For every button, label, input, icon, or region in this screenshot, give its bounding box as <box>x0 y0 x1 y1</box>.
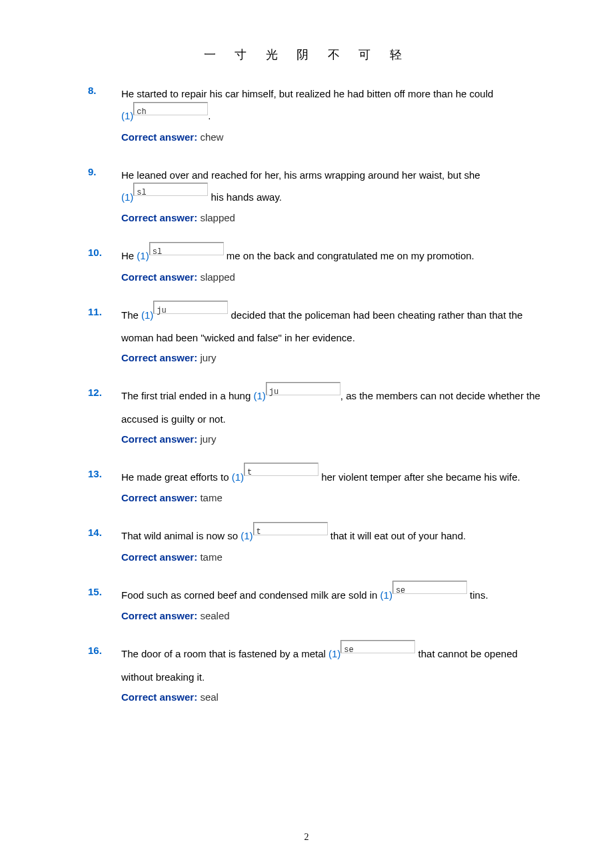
question-text-part: The door of a room that is fastened by a… <box>121 648 328 659</box>
question-item: 13.He made great efforts to (1)t her vio… <box>107 466 546 507</box>
answer-label: Correct answer: <box>121 691 197 703</box>
answer-value: seal <box>200 691 219 703</box>
blank-input[interactable]: se <box>340 640 415 653</box>
answer-label: Correct answer: <box>121 271 197 283</box>
answer-value: sealed <box>200 610 229 621</box>
question-text: The first trial ended in a hung (1)ju, a… <box>107 385 546 430</box>
question-text-part: tins. <box>467 589 488 601</box>
answer-value: chew <box>200 131 223 143</box>
question-item: 9.He leaned over and reached for her, hi… <box>107 164 546 227</box>
blank-marker: (1) <box>121 110 133 121</box>
blank-input-wrap: ju <box>153 305 228 327</box>
questions-container: 8.He started to repair his car himself, … <box>0 83 613 705</box>
blank-input[interactable]: se <box>392 581 467 594</box>
blank-marker: (1) <box>328 648 340 659</box>
blank-input-wrap: sl <box>133 187 208 209</box>
answer-line: Correct answer: jury <box>107 350 546 366</box>
answer-label: Correct answer: <box>121 433 197 445</box>
question-text-part: her violent temper after she became his … <box>318 471 520 483</box>
blank-input[interactable]: sl <box>133 183 208 196</box>
blank-input-wrap: sl <box>149 246 224 268</box>
blank-input[interactable]: t <box>244 463 318 476</box>
answer-value: slapped <box>200 271 235 283</box>
answer-label: Correct answer: <box>121 492 197 503</box>
answer-label: Correct answer: <box>121 212 197 223</box>
question-number: 8. <box>88 83 97 99</box>
blank-input[interactable]: t <box>253 522 328 535</box>
answer-label: Correct answer: <box>121 551 197 563</box>
blank-input[interactable]: ju <box>153 301 228 314</box>
answer-line: Correct answer: chew <box>107 129 546 145</box>
blank-marker: (1) <box>232 471 244 483</box>
question-item: 15.Food such as corned beef and condense… <box>107 584 546 625</box>
blank-input[interactable]: sl <box>149 242 224 255</box>
question-text-part: his hands away. <box>208 191 282 203</box>
blank-input-wrap: ch <box>133 106 208 128</box>
question-text: The (1)ju decided that the policeman had… <box>107 304 546 349</box>
answer-line: Correct answer: tame <box>107 490 546 506</box>
page-number: 2 <box>0 832 613 843</box>
answer-line: Correct answer: slapped <box>107 269 546 285</box>
answer-value: jury <box>200 433 216 445</box>
question-item: 10.He (1)sl me on the back and congratul… <box>107 245 546 285</box>
question-item: 14.That wild animal is now so (1)t that … <box>107 525 546 565</box>
question-number: 9. <box>88 164 97 180</box>
question-text: The door of a room that is fastened by a… <box>107 643 546 688</box>
blank-input-wrap: t <box>244 467 318 489</box>
blank-input-wrap: se <box>340 644 415 666</box>
question-text-part: He made great efforts to <box>121 471 232 483</box>
answer-line: Correct answer: slapped <box>107 210 546 226</box>
blank-marker: (1) <box>241 530 253 541</box>
blank-marker: (1) <box>253 390 265 401</box>
question-item: 8.He started to repair his car himself, … <box>107 83 546 145</box>
question-number: 16. <box>88 643 102 659</box>
blank-input-wrap: ju <box>266 386 340 408</box>
question-text-part: He started to repair his car himself, bu… <box>121 88 493 99</box>
header-idiom: 一 寸 光 阴 不 可 轻 <box>0 0 613 83</box>
question-text-part: He <box>121 250 137 261</box>
blank-input-wrap: se <box>392 585 467 607</box>
blank-input-wrap: t <box>253 526 328 548</box>
answer-line: Correct answer: seal <box>107 689 546 705</box>
question-text: He started to repair his car himself, bu… <box>107 83 546 128</box>
question-text-part: Food such as corned beef and condensed m… <box>121 589 380 601</box>
question-text: Food such as corned beef and condensed m… <box>107 584 546 607</box>
answer-value: tame <box>200 551 222 563</box>
answer-label: Correct answer: <box>121 610 197 621</box>
question-item: 12.The first trial ended in a hung (1)ju… <box>107 385 546 447</box>
question-text: That wild animal is now so (1)t that it … <box>107 525 546 548</box>
question-text-part: me on the back and congratulated me on m… <box>224 250 474 261</box>
question-number: 15. <box>88 584 102 600</box>
question-text-part: The <box>121 309 141 321</box>
answer-line: Correct answer: sealed <box>107 608 546 624</box>
answer-label: Correct answer: <box>121 352 197 363</box>
question-number: 12. <box>88 385 102 401</box>
answer-value: tame <box>200 492 222 503</box>
question-text: He (1)sl me on the back and congratulate… <box>107 245 546 268</box>
question-number: 11. <box>88 304 102 320</box>
blank-input[interactable]: ju <box>266 382 340 395</box>
answer-value: slapped <box>200 212 235 223</box>
question-item: 16.The door of a room that is fastened b… <box>107 643 546 705</box>
question-text-part: He leaned over and reached for her, his … <box>121 169 480 181</box>
question-item: 11.The (1)ju decided that the policeman … <box>107 304 546 367</box>
question-text: He leaned over and reached for her, his … <box>107 164 546 209</box>
blank-marker: (1) <box>380 589 392 601</box>
question-number: 14. <box>88 525 102 541</box>
question-number: 10. <box>88 245 102 261</box>
question-text-part: The first trial ended in a hung <box>121 390 253 401</box>
answer-label: Correct answer: <box>121 131 197 143</box>
answer-line: Correct answer: jury <box>107 431 546 447</box>
question-number: 13. <box>88 466 102 482</box>
answer-value: jury <box>200 352 216 363</box>
question-text-part: . <box>208 110 211 121</box>
blank-input[interactable]: ch <box>133 102 208 115</box>
blank-marker: (1) <box>141 309 153 321</box>
question-text-part: That wild animal is now so <box>121 530 241 541</box>
question-text-part: that it will eat out of your hand. <box>328 530 466 541</box>
blank-marker: (1) <box>137 250 149 261</box>
question-text: He made great efforts to (1)t her violen… <box>107 466 546 489</box>
blank-marker: (1) <box>121 191 133 203</box>
answer-line: Correct answer: tame <box>107 549 546 565</box>
